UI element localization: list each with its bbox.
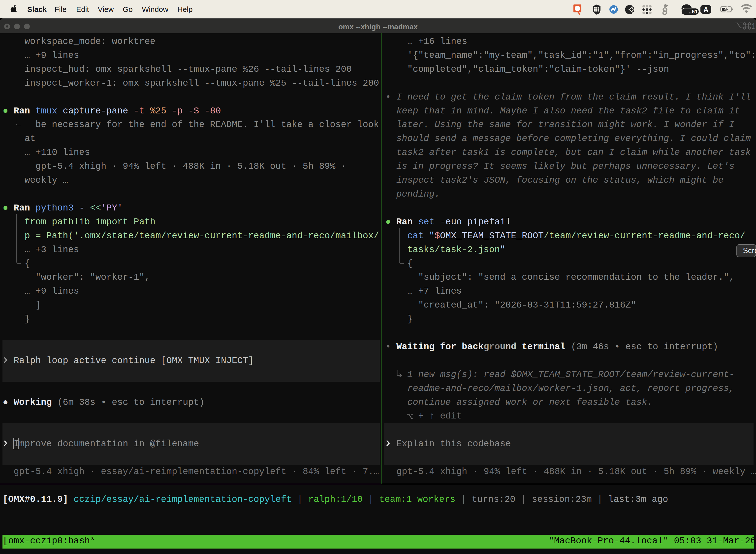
svg-text:1: 1 [752, 22, 755, 31]
svg-text:..61: ..61 [689, 8, 698, 15]
